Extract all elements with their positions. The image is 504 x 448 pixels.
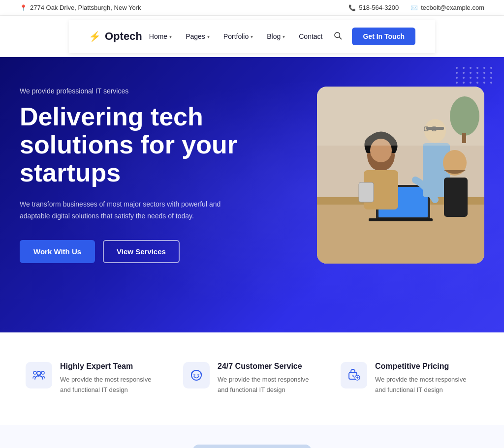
chevron-down-icon: ▾ (207, 34, 210, 39)
svg-rect-32 (193, 445, 311, 448)
nav-contact[interactable]: Contact (293, 29, 328, 44)
navbar-wrapper: ⚡ Optech Home ▾ Pages ▾ Portfolio ▾ Blog… (0, 16, 504, 57)
svg-point-22 (37, 371, 41, 375)
feature-title-support: 24/7 Customer Service (218, 362, 321, 371)
email-icon: ✉️ (410, 4, 418, 11)
phone-icon: 📞 (348, 4, 356, 11)
svg-point-27 (193, 374, 195, 376)
get-in-touch-button[interactable]: Get In Touch (352, 28, 415, 45)
nav-home[interactable]: Home ▾ (143, 29, 178, 44)
chevron-down-icon: ▾ (169, 34, 172, 39)
email-text: tecbolt@example.com (421, 4, 484, 11)
svg-text:$: $ (352, 374, 354, 378)
bottom-section (0, 425, 504, 448)
nav-portfolio-label: Portfolio (223, 32, 249, 40)
navbar: ⚡ Optech Home ▾ Pages ▾ Portfolio ▾ Blog… (69, 20, 435, 53)
feature-text-team: Highly Expert Team We provide the most r… (60, 362, 163, 395)
feature-expert-team: Highly Expert Team We provide the most r… (26, 362, 163, 395)
feature-title-team: Highly Expert Team (60, 362, 163, 371)
nav-home-label: Home (149, 32, 167, 40)
nav-pages-label: Pages (186, 32, 205, 40)
hero-section: We provide professional IT services Deli… (0, 57, 504, 332)
feature-icon-wrap-pricing: $ (341, 362, 367, 388)
hero-subtitle: We provide professional IT services (20, 87, 276, 95)
address-text: 2774 Oak Drive, Plattsburgh, New York (30, 4, 141, 11)
svg-rect-18 (359, 182, 374, 202)
svg-point-24 (33, 371, 36, 374)
svg-rect-7 (369, 218, 433, 221)
logo[interactable]: ⚡ Optech (89, 30, 142, 43)
feature-pricing: $ Competitive Pricing We provide the mos… (341, 362, 478, 395)
feature-text-support: 24/7 Customer Service We provide the mos… (218, 362, 321, 395)
svg-rect-21 (462, 133, 466, 143)
bottom-image-placeholder (193, 445, 311, 448)
feature-title-pricing: Competitive Pricing (375, 362, 478, 371)
top-bar-right: 📞 518-564-3200 ✉️ tecbolt@example.com (348, 4, 484, 11)
svg-point-28 (197, 374, 199, 376)
hero-buttons: Work With Us View Services (20, 240, 276, 263)
feature-icon-wrap-support (183, 362, 210, 388)
hero-title: Delivering tech solutions for your start… (20, 103, 276, 187)
logo-icon: ⚡ (89, 30, 101, 42)
hero-content: We provide professional IT services Deli… (20, 87, 276, 263)
svg-point-20 (450, 96, 479, 136)
feature-desc-support: We provide the most responsive and funct… (218, 375, 321, 395)
svg-rect-17 (444, 178, 468, 217)
hero-inner: We provide professional IT services Deli… (20, 87, 484, 264)
team-photo (317, 87, 484, 264)
feature-text-pricing: Competitive Pricing We provide the most … (375, 362, 478, 395)
chevron-down-icon: ▾ (283, 34, 285, 39)
search-icon (333, 31, 342, 40)
svg-point-23 (41, 371, 44, 374)
email-item: ✉️ tecbolt@example.com (410, 4, 484, 11)
feature-desc-pricing: We provide the most responsive and funct… (375, 375, 478, 395)
dots-decoration (456, 67, 494, 84)
svg-point-0 (335, 32, 340, 38)
nav-actions: Get In Touch (329, 27, 415, 46)
nav-blog[interactable]: Blog ▾ (261, 29, 291, 44)
hero-description: We transform businesses of most major se… (20, 199, 236, 222)
phone-item: 📞 518-564-3200 (348, 4, 399, 11)
work-with-us-button[interactable]: Work With Us (20, 240, 95, 263)
nav-contact-label: Contact (299, 32, 322, 40)
logo-text: Optech (105, 30, 142, 43)
nav-links: Home ▾ Pages ▾ Portfolio ▾ Blog ▾ Contac… (143, 29, 329, 44)
top-bar: 📍 2774 Oak Drive, Plattsburgh, New York … (0, 0, 504, 16)
svg-line-1 (340, 37, 342, 39)
feature-icon-wrap-team (26, 362, 52, 388)
team-icon (32, 368, 46, 382)
search-button[interactable] (329, 27, 346, 46)
location-icon: 📍 (20, 4, 27, 11)
support-icon (189, 368, 203, 382)
phone-text: 518-564-3200 (359, 4, 399, 11)
hero-image-box (317, 87, 484, 264)
nav-pages[interactable]: Pages ▾ (180, 29, 216, 44)
pricing-icon: $ (347, 368, 361, 382)
feature-desc-team: We provide the most responsive and funct… (60, 375, 163, 395)
nav-portfolio[interactable]: Portfolio ▾ (218, 29, 259, 44)
features-section: Highly Expert Team We provide the most r… (0, 332, 504, 425)
chevron-down-icon: ▾ (251, 34, 253, 39)
address-item: 📍 2774 Oak Drive, Plattsburgh, New York (20, 4, 141, 11)
features-inner: Highly Expert Team We provide the most r… (20, 362, 484, 395)
hero-image-wrapper (317, 87, 484, 264)
feature-support: 24/7 Customer Service We provide the mos… (183, 362, 321, 395)
top-bar-left: 📍 2774 Oak Drive, Plattsburgh, New York (20, 4, 141, 11)
nav-blog-label: Blog (267, 32, 281, 40)
view-services-button[interactable]: View Services (103, 240, 180, 263)
bottom-image (193, 445, 311, 448)
